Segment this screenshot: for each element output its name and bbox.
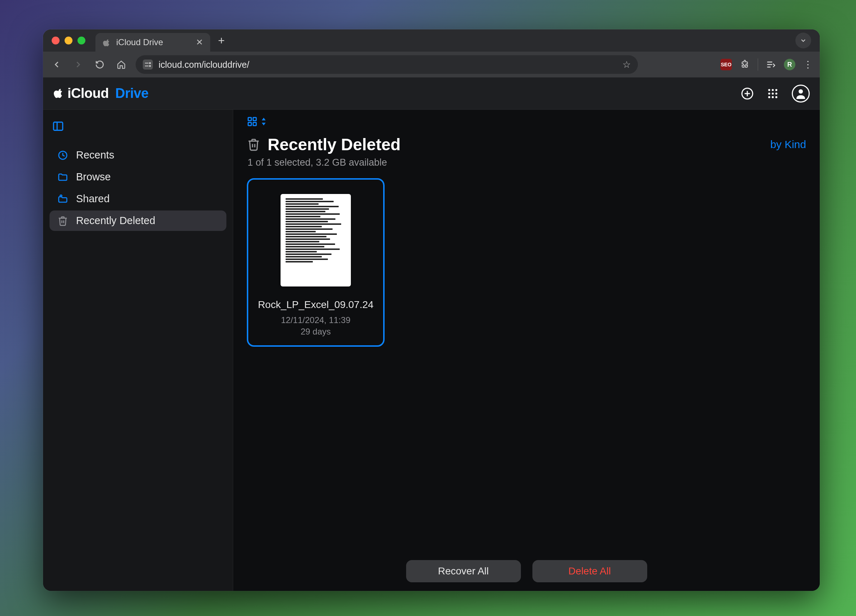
toolbar-right: SEO R ⋮: [721, 58, 813, 71]
account-icon[interactable]: [792, 84, 810, 103]
sidebar-item-label: Recently Deleted: [76, 215, 155, 227]
logo-icloud-text: iCloud: [68, 86, 109, 101]
sidebar: Recents Browse Shared Recently Deleted: [43, 110, 233, 591]
trash-icon: [57, 215, 69, 226]
svg-point-2: [149, 63, 151, 64]
sidebar-item-label: Recents: [76, 149, 114, 161]
sidebar-toggle-icon[interactable]: [50, 118, 66, 134]
window-maximize-button[interactable]: [77, 37, 85, 45]
trash-title-icon: [247, 138, 260, 151]
svg-point-11: [772, 89, 774, 91]
sort-by-kind-link[interactable]: by Kind: [770, 138, 806, 151]
svg-point-19: [799, 89, 803, 94]
profile-avatar[interactable]: R: [784, 59, 795, 70]
svg-marker-29: [262, 123, 266, 126]
browser-menu-icon[interactable]: ⋮: [803, 59, 813, 70]
svg-point-14: [772, 92, 774, 95]
svg-rect-27: [253, 123, 257, 126]
recover-all-button[interactable]: Recover All: [406, 560, 521, 582]
toolbar-divider: [758, 58, 758, 71]
seo-extension-icon[interactable]: SEO: [721, 59, 732, 70]
clock-icon: [57, 150, 69, 161]
page-title: Recently Deleted: [268, 135, 401, 154]
site-info-icon[interactable]: [143, 60, 153, 69]
tab-close-icon[interactable]: ✕: [196, 37, 203, 47]
browser-tab-bar: iCloud Drive ✕ +: [43, 29, 820, 52]
window-controls: [52, 37, 85, 45]
svg-point-12: [775, 89, 777, 91]
svg-point-13: [768, 92, 770, 95]
title-row: Recently Deleted by Kind: [247, 135, 806, 154]
new-tab-button[interactable]: +: [214, 33, 229, 48]
bookmark-star-icon[interactable]: ☆: [622, 59, 631, 70]
browser-tab[interactable]: iCloud Drive ✕: [95, 33, 210, 52]
sidebar-item-label: Browse: [76, 171, 111, 183]
app-logo[interactable]: iCloud Drive: [53, 86, 149, 101]
home-button[interactable]: [114, 57, 128, 72]
url-text: icloud.com/iclouddrive/: [159, 60, 249, 70]
file-date: 12/11/2024, 11:39: [281, 315, 351, 325]
svg-marker-28: [262, 118, 266, 120]
svg-point-16: [768, 96, 770, 98]
sidebar-item-browse[interactable]: Browse: [49, 167, 226, 187]
back-button[interactable]: [49, 57, 64, 72]
browser-window: iCloud Drive ✕ + icloud.com/iclouddrive/: [43, 29, 820, 591]
shared-folder-icon: [57, 194, 69, 204]
footer-actions: Recover All Delete All: [247, 551, 806, 591]
sidebar-item-recents[interactable]: Recents: [49, 145, 226, 165]
delete-all-button[interactable]: Delete All: [533, 560, 647, 582]
folder-icon: [57, 172, 69, 183]
address-bar[interactable]: icloud.com/iclouddrive/ ☆: [135, 55, 638, 74]
file-days-remaining: 29 days: [301, 327, 331, 337]
tab-title: iCloud Drive: [116, 37, 163, 47]
svg-rect-25: [253, 118, 257, 121]
tabs-dropdown-button[interactable]: [795, 32, 811, 48]
apps-grid-icon[interactable]: [767, 88, 779, 100]
document-thumbnail: [280, 194, 351, 286]
apple-logo-icon: [53, 88, 64, 100]
forward-button[interactable]: [71, 57, 85, 72]
files-grid: Rock_LP_Excel_09.07.24 12/11/2024, 11:39…: [247, 178, 806, 551]
file-name: Rock_LP_Excel_09.07.24: [258, 298, 374, 312]
sidebar-item-recently-deleted[interactable]: Recently Deleted: [49, 210, 226, 231]
svg-point-23: [60, 195, 62, 197]
add-button[interactable]: [741, 87, 754, 100]
media-control-icon[interactable]: [766, 60, 776, 69]
sidebar-item-shared[interactable]: Shared: [49, 189, 226, 209]
svg-point-3: [149, 66, 151, 67]
status-text: 1 of 1 selected, 3.2 GB available: [248, 157, 806, 168]
svg-point-15: [775, 92, 777, 95]
svg-rect-24: [248, 118, 251, 121]
svg-rect-26: [248, 123, 251, 126]
logo-drive-text: Drive: [115, 86, 149, 101]
app-body: Recents Browse Shared Recently Deleted: [43, 110, 820, 591]
svg-rect-20: [54, 122, 63, 131]
view-controls: [247, 116, 806, 127]
sidebar-item-label: Shared: [76, 193, 110, 205]
app-header: iCloud Drive: [43, 77, 820, 110]
svg-point-18: [775, 96, 777, 98]
file-item-selected[interactable]: Rock_LP_Excel_09.07.24 12/11/2024, 11:39…: [247, 178, 385, 347]
apple-favicon-icon: [103, 38, 111, 46]
window-minimize-button[interactable]: [65, 37, 72, 45]
svg-point-10: [768, 89, 770, 91]
grid-view-toggle[interactable]: [247, 116, 267, 127]
browser-toolbar: icloud.com/iclouddrive/ ☆ SEO R ⋮: [43, 52, 820, 77]
extensions-icon[interactable]: [740, 60, 750, 69]
window-close-button[interactable]: [52, 37, 60, 45]
reload-button[interactable]: [92, 57, 107, 72]
main-content: Recently Deleted by Kind 1 of 1 selected…: [233, 110, 820, 591]
svg-point-17: [772, 96, 774, 98]
